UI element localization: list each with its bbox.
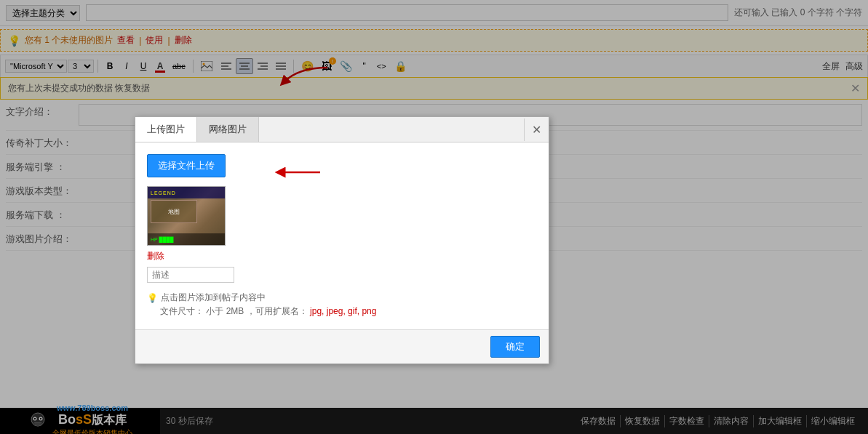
tab-upload[interactable]: 上传图片 <box>135 117 197 142</box>
hint-prefix: 文件尺寸： <box>160 306 204 316</box>
hint-text1: 点击图片添加到帖子内容中 <box>161 292 266 304</box>
modal-overlay: 上传图片 网络图片 ✕ 选择文件上传 LEGEND <box>0 0 868 434</box>
modal-footer: 确定 <box>135 329 549 363</box>
image-upload-modal: 上传图片 网络图片 ✕ 选择文件上传 LEGEND <box>135 116 549 364</box>
page-wrapper: 选择主题分类 还可输入 已输入 0 个字符 个字符 💡 您有 1 个未使用的图片… <box>0 0 868 434</box>
tab-network[interactable]: 网络图片 <box>197 117 259 142</box>
confirm-button[interactable]: 确定 <box>490 336 540 358</box>
desc-input[interactable] <box>147 267 234 283</box>
select-file-button[interactable]: 选择文件上传 <box>147 154 226 177</box>
modal-close-button[interactable]: ✕ <box>524 118 549 141</box>
hint-icon: 💡 <box>147 293 158 303</box>
thumbnail-image: LEGEND HP ████ 地图 <box>148 187 225 245</box>
modal-body: 选择文件上传 LEGEND HP ████ <box>135 142 549 329</box>
modal-hint: 💡 点击图片添加到帖子内容中 文件尺寸： 小于 2MB ，可用扩展名： jpg,… <box>147 292 537 318</box>
delete-image-link[interactable]: 删除 <box>147 250 164 262</box>
hint-comma: ，可用扩展名： <box>247 306 308 316</box>
image-preview-area: LEGEND HP ████ 地图 删除 <box>147 186 537 283</box>
hint-size: 小于 2MB <box>206 306 244 316</box>
image-thumbnail: LEGEND HP ████ 地图 <box>147 186 226 246</box>
hint-line2: 文件尺寸： 小于 2MB ，可用扩展名： jpg, jpeg, gif, png <box>160 305 537 318</box>
hint-line1: 💡 点击图片添加到帖子内容中 <box>147 292 537 304</box>
modal-header: 上传图片 网络图片 ✕ <box>135 117 549 142</box>
hint-ext: jpg, jpeg, gif, png <box>310 306 376 316</box>
